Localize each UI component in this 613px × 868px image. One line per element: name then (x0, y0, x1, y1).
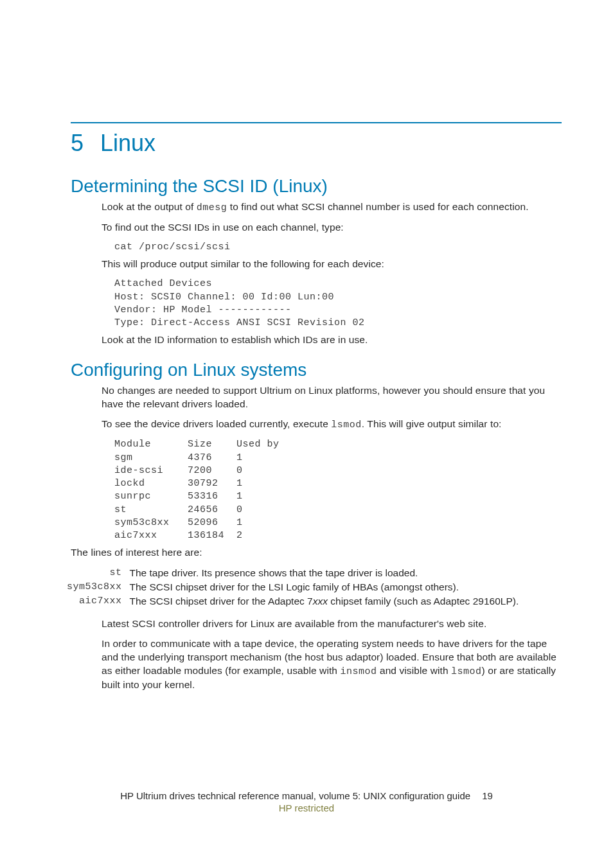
chapter-number: 5 (71, 130, 84, 157)
text: and visible with (377, 665, 452, 676)
top-rule (71, 122, 562, 123)
driver-desc: The SCSI chipset driver for the LSI Logi… (127, 580, 522, 594)
section2-body: No changes are needed to support Ultrium… (102, 384, 562, 542)
section-heading-scsi-id: Determining the SCSI ID (Linux) (71, 176, 562, 197)
code-cat-proc: cat /proc/scsi/scsi (114, 241, 562, 254)
driver-desc: The SCSI chipset driver for the Adaptec … (127, 594, 522, 608)
text: The SCSI chipset driver for the LSI Logi… (130, 581, 459, 592)
section-heading-configuring: Configuring on Linux systems (71, 360, 562, 380)
chapter-heading: 5 Linux (71, 130, 562, 157)
code-lsmod: lsmod (331, 420, 362, 430)
text: The SCSI chipset driver for the Adaptec … (130, 596, 313, 607)
table-row: sym53c8xx The SCSI chipset driver for th… (64, 580, 521, 594)
text: to find out what SCSI channel number is … (227, 201, 528, 212)
text: Look at the output of (102, 201, 197, 212)
driver-desc: The tape driver. Its presence shows that… (127, 566, 522, 580)
para-id-info: Look at the ID information to establish … (102, 333, 562, 347)
para-no-changes: No changes are needed to support Ultrium… (102, 384, 562, 411)
output-attached-devices: Attached Devices Host: SCSI0 Channel: 00… (114, 278, 562, 330)
footer-line1: HP Ultrium drives technical reference ma… (51, 790, 562, 801)
footer-doc-title: HP Ultrium drives technical reference ma… (120, 790, 470, 801)
footer-restricted: HP restricted (51, 802, 562, 813)
text: The tape driver. Its presence shows that… (130, 567, 418, 578)
driver-name: aic7xxx (64, 594, 127, 608)
output-lsmod: Module Size Used by sgm 4376 1 ide-scsi … (114, 438, 562, 542)
para-latest-drivers: Latest SCSI controller drivers for Linux… (102, 617, 562, 631)
para-produce-output: This will produce output similar to the … (102, 258, 562, 271)
para-lsmod: To see the device drivers loaded current… (102, 418, 562, 432)
para-lines-of-interest: The lines of interest here are: (71, 546, 562, 560)
footer-page-number: 19 (482, 790, 493, 801)
page-footer: HP Ultrium drives technical reference ma… (51, 790, 562, 813)
driver-name: sym53c8xx (64, 580, 127, 594)
para-dmesg: Look at the output of dmesg to find out … (102, 200, 562, 215)
code-lsmod: lsmod (451, 666, 482, 677)
section2-tail: Latest SCSI controller drivers for Linux… (102, 617, 562, 692)
code-insmod: insmod (340, 666, 377, 677)
driver-table: st The tape driver. Its presence shows t… (64, 566, 521, 608)
driver-name: st (64, 566, 127, 580)
text: xxx (313, 596, 328, 607)
table-row: aic7xxx The SCSI chipset driver for the … (64, 594, 521, 608)
code-dmesg: dmesg (197, 202, 227, 213)
table-row: st The tape driver. Its presence shows t… (64, 566, 521, 580)
text: chipset family (such as Adaptec 29160LP)… (328, 596, 519, 607)
text: To see the device drivers loaded current… (102, 418, 331, 429)
para-find-ids: To find out the SCSI IDs in use on each … (102, 221, 562, 235)
section1-body: Look at the output of dmesg to find out … (102, 200, 562, 347)
chapter-title: Linux (100, 130, 155, 157)
para-insmod-lsmod: In order to communicate with a tape devi… (102, 637, 562, 692)
text: . This will give output similar to: (362, 418, 502, 429)
